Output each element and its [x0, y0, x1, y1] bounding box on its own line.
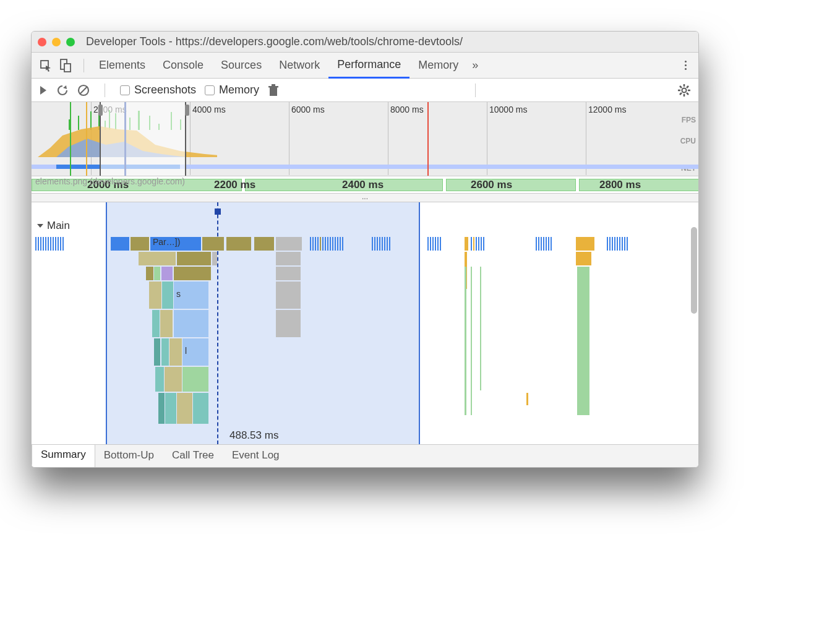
task-bar[interactable]: Par…]) [150, 237, 201, 251]
tab-event-log[interactable]: Event Log [223, 445, 289, 467]
task-stripes [471, 237, 484, 251]
flame-bar[interactable]: l [182, 338, 208, 366]
overview-tick: 8000 ms [390, 105, 424, 114]
memory-toggle[interactable]: Memory [205, 84, 259, 97]
flame-bar[interactable] [162, 281, 173, 309]
task-bar[interactable] [226, 237, 251, 251]
tab-summary[interactable]: Summary [32, 444, 95, 467]
svg-rect-2 [64, 64, 71, 72]
tab-bottom-up[interactable]: Bottom-Up [95, 445, 163, 467]
more-tabs-icon[interactable]: » [467, 59, 483, 72]
device-toolbar-icon[interactable] [58, 58, 74, 74]
tab-network[interactable]: Network [270, 53, 328, 77]
flame-bar[interactable] [276, 252, 301, 265]
flame-bar[interactable] [160, 310, 173, 337]
flame-bar[interactable] [276, 267, 301, 280]
flame-bar[interactable] [182, 367, 208, 392]
flame-bar[interactable] [169, 338, 182, 366]
task-bar[interactable] [276, 237, 302, 251]
flame-bar[interactable] [174, 310, 208, 337]
flame-bar[interactable] [177, 252, 211, 265]
ruler-tick: 2400 ms [342, 179, 384, 191]
garbage-collect-icon[interactable] [268, 84, 279, 97]
overview-selection[interactable] [100, 102, 186, 176]
flame-bar[interactable] [212, 252, 217, 265]
overview-handle-left[interactable] [98, 105, 103, 116]
overview-tick: 12000 ms [588, 105, 626, 114]
record-icon[interactable] [39, 85, 48, 96]
flame-bar[interactable] [161, 338, 169, 366]
tab-performance[interactable]: Performance [328, 53, 409, 79]
checkbox-icon[interactable] [205, 85, 215, 95]
task-bar[interactable] [111, 237, 129, 251]
tab-sources[interactable]: Sources [212, 53, 270, 77]
ruler-tick: 2200 ms [214, 179, 255, 191]
tab-elements[interactable]: Elements [90, 53, 154, 77]
flame-bar[interactable] [139, 252, 176, 265]
overview-handle-right[interactable] [185, 105, 189, 116]
performance-toolbar: Screenshots Memory [32, 79, 698, 102]
screenshots-toggle[interactable]: Screenshots [120, 84, 196, 97]
task-bar[interactable] [576, 237, 594, 251]
task-stripes [372, 237, 390, 251]
divider [105, 84, 105, 97]
reload-icon[interactable] [56, 84, 69, 97]
minimize-window-button[interactable] [52, 38, 61, 46]
flame-bar[interactable] [276, 281, 301, 309]
flame-chart[interactable]: Main 488.53 ms Par…]) [32, 202, 698, 445]
flame-bar[interactable] [149, 281, 161, 309]
screenshots-label: Screenshots [134, 84, 196, 97]
flame-bar[interactable] [276, 310, 301, 337]
flame-bar[interactable] [154, 338, 160, 366]
flame-bar[interactable] [146, 267, 153, 280]
flame-bar[interactable] [155, 367, 164, 392]
flame-bar[interactable] [177, 393, 192, 424]
flame-bar[interactable]: s [174, 281, 208, 309]
svg-rect-5 [270, 87, 277, 96]
tab-console[interactable]: Console [154, 53, 212, 77]
flame-scrollbar[interactable] [691, 227, 697, 314]
task-bar[interactable] [465, 237, 468, 251]
flame-bar[interactable] [526, 393, 528, 405]
svg-point-8 [682, 88, 686, 92]
chevron-down-icon [36, 222, 44, 230]
checkbox-icon[interactable] [120, 85, 130, 95]
task-bar[interactable] [131, 237, 149, 251]
flame-bar[interactable] [152, 310, 160, 337]
overview-timeline[interactable]: 2000 ms 4000 ms 6000 ms 8000 ms 10000 ms… [32, 102, 698, 176]
dcl-marker [86, 102, 87, 176]
kebab-menu-icon[interactable] [679, 61, 692, 70]
task-bar[interactable] [202, 237, 224, 251]
flame-bar[interactable] [165, 393, 176, 424]
flame-row [32, 267, 698, 280]
flame-bar[interactable] [165, 367, 182, 392]
traffic-lights [38, 38, 75, 46]
task-stripes [607, 237, 628, 251]
tab-call-tree[interactable]: Call Tree [163, 445, 223, 467]
selection-duration: 488.53 ms [229, 429, 278, 442]
details-tabs: Summary Bottom-Up Call Tree Event Log [32, 445, 698, 467]
task-bar[interactable] [254, 237, 274, 251]
flame-bar[interactable] [193, 393, 208, 424]
titlebar: Developer Tools - https://developers.goo… [32, 32, 698, 53]
flame-row [32, 310, 698, 337]
settings-gear-icon[interactable] [677, 84, 691, 97]
fullscreen-window-button[interactable] [66, 38, 75, 46]
flame-bar[interactable] [158, 393, 165, 424]
tab-memory[interactable]: Memory [409, 53, 467, 77]
flame-bar[interactable] [154, 267, 160, 280]
flame-row: l [32, 338, 698, 366]
flame-bar[interactable] [174, 267, 211, 280]
flame-bar[interactable] [576, 252, 591, 265]
close-window-button[interactable] [38, 38, 46, 46]
main-track-label[interactable]: Main [36, 220, 70, 232]
inspect-element-icon[interactable] [38, 58, 54, 74]
divider [475, 84, 476, 97]
clear-icon[interactable] [77, 84, 90, 97]
ruler-tick: 2600 ms [471, 179, 512, 191]
collapsed-tracks[interactable]: ... [32, 194, 698, 202]
svg-line-13 [680, 86, 682, 88]
flame-row [32, 252, 698, 265]
flame-bar[interactable] [161, 267, 173, 280]
fps-label: FPS [682, 116, 696, 124]
